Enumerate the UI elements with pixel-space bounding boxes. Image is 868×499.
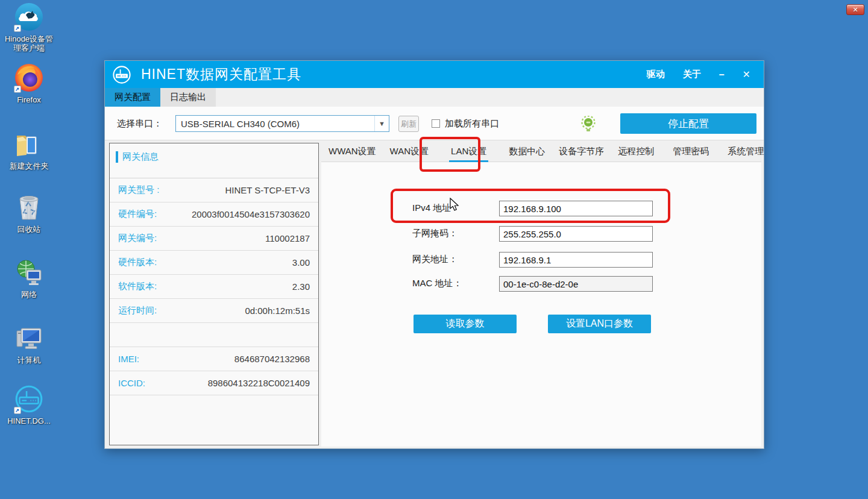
serial-port-value: USB-SERIAL CH340 (COM6) — [176, 119, 374, 129]
info-row-empty — [110, 323, 318, 347]
gateway-info-header: 网关信息 — [110, 143, 318, 178]
tab-endianness[interactable]: 设备字节序 — [553, 143, 609, 162]
mac-row: MAC 地址： — [321, 276, 761, 292]
settings-tabbar: WWAN设置 WAN设置 LAN设置 数据中心 设备字节序 远程控制 管理密码 … — [321, 143, 761, 162]
shortcut-arrow-icon — [14, 25, 21, 32]
netmask-label: 子网掩码： — [412, 228, 458, 239]
hinode-cloud-icon — [13, 1, 45, 33]
status-bulb-icon — [581, 116, 596, 133]
load-all-ports-label: 加载所有串口 — [445, 118, 499, 130]
tab-wan[interactable]: WAN设置 — [385, 143, 434, 162]
app-router-icon — [112, 65, 131, 84]
tab-log-output[interactable]: 日志输出 — [160, 88, 216, 107]
netmask-row: 子网掩码： — [321, 226, 761, 242]
driver-menu-button[interactable]: 驱动 — [647, 69, 665, 80]
desktop-icon-label: 回收站 — [17, 225, 41, 234]
desktop-icon-recycle-bin[interactable]: 回收站 — [0, 192, 58, 234]
ipv4-input[interactable] — [499, 201, 653, 216]
serial-port-label: 选择串口： — [117, 118, 162, 130]
desktop-icon-firefox[interactable]: Firefox — [0, 62, 58, 104]
gateway-label: 网关地址： — [412, 254, 458, 265]
load-all-ports-checkbox[interactable] — [432, 119, 440, 128]
desktop-icon-network[interactable]: 网络 — [0, 257, 58, 299]
gateway-info-title: 网关信息 — [122, 151, 159, 163]
network-globe-icon — [13, 257, 45, 288]
info-row-imei: IMEI: 864687042132968 — [110, 347, 318, 371]
desktop-icon-label: HINET.DG... — [7, 416, 51, 425]
tab-datacenter[interactable]: 数据中心 — [503, 143, 550, 162]
desktop-icon-label: 新建文件夹 — [10, 162, 49, 171]
shortcut-arrow-icon — [14, 86, 21, 93]
workarea: 网关信息 网关型号 : HINET S-TCP-ET-V3 硬件编号: 2000… — [105, 140, 764, 447]
mac-input[interactable] — [499, 276, 653, 292]
computer-icon — [13, 322, 45, 354]
gateway-input[interactable] — [499, 252, 653, 268]
info-row-sw-version: 软件版本: 2.30 — [110, 275, 318, 299]
desktop-icon-label: Firefox — [17, 95, 41, 104]
chevron-down-icon: ▼ — [374, 116, 389, 131]
stop-config-button[interactable]: 停止配置 — [620, 113, 756, 134]
ipv4-row: IPv4 地址 — [321, 201, 761, 216]
titlebar: HINET数据网关配置工具 驱动 关于 – ✕ — [105, 61, 764, 88]
close-icon: ✕ — [852, 6, 858, 14]
lan-settings-form: IPv4 地址 子网掩码： 网关地址： MAC 地址： — [321, 162, 761, 447]
tab-system[interactable]: 系统管理 — [722, 143, 769, 162]
desktop-icon-computer[interactable]: 计算机 — [0, 322, 58, 365]
desktop-icon-hinode-client[interactable]: Hinode设备管理客户端 — [0, 1, 58, 52]
tab-wwan[interactable]: WWAN设置 — [323, 143, 382, 162]
desktop-icon-label: 计算机 — [17, 356, 41, 365]
read-params-button[interactable]: 读取参数 — [414, 315, 517, 333]
tab-remote-control[interactable]: 远程控制 — [612, 143, 659, 162]
mac-label: MAC 地址： — [412, 278, 462, 289]
tab-lan[interactable]: LAN设置 — [445, 143, 492, 162]
app-window: HINET数据网关配置工具 驱动 关于 – ✕ 网关配置 日志输出 选择串口： … — [104, 60, 764, 449]
info-row-hw-id: 硬件编号: 20003f0014504e3157303620 — [110, 202, 318, 227]
gateway-info-panel: 网关信息 网关型号 : HINET S-TCP-ET-V3 硬件编号: 2000… — [109, 143, 319, 445]
info-row-gw-id: 网关编号: 110002187 — [110, 227, 318, 251]
refresh-button[interactable]: 刷新 — [398, 116, 419, 132]
desktop-icon-new-folder[interactable]: 新建文件夹 — [0, 128, 58, 171]
desktop-icon-label: Hinode设备管理客户端 — [1, 34, 57, 52]
desktop-icon-label: 网络 — [21, 290, 37, 299]
main-tabbar: 网关配置 日志输出 — [105, 88, 764, 107]
info-row-hw-version: 硬件版本: 3.00 — [110, 251, 318, 275]
shortcut-arrow-icon — [14, 407, 21, 414]
info-row-model: 网关型号 : HINET S-TCP-ET-V3 — [110, 178, 318, 202]
set-lan-params-button[interactable]: 设置LAN口参数 — [548, 315, 651, 333]
tab-gateway-config[interactable]: 网关配置 — [105, 88, 160, 107]
folder-icon — [13, 128, 45, 160]
window-title: HINET数据网关配置工具 — [141, 65, 301, 84]
minimize-button[interactable]: – — [719, 70, 725, 80]
accent-bar — [116, 151, 118, 163]
window-close-button[interactable]: ✕ — [743, 70, 750, 80]
recycle-bin-icon — [13, 192, 45, 223]
serial-port-select[interactable]: USB-SERIAL CH340 (COM6) ▼ — [175, 115, 389, 132]
netmask-input[interactable] — [499, 226, 653, 242]
info-row-iccid: ICCID: 898604132218C0021409 — [110, 371, 318, 395]
info-row-uptime: 运行时间: 0d:00h:12m:51s — [110, 299, 318, 323]
firefox-icon — [13, 62, 45, 93]
ipv4-label: IPv4 地址 — [412, 202, 451, 214]
gateway-row: 网关地址： — [321, 252, 761, 268]
tab-admin-password[interactable]: 管理密码 — [667, 143, 714, 162]
about-menu-button[interactable]: 关于 — [683, 69, 701, 80]
settings-region: WWAN设置 WAN设置 LAN设置 数据中心 设备字节序 远程控制 管理密码 … — [321, 143, 761, 447]
hinet-router-icon — [13, 383, 45, 415]
desktop: Hinode设备管理客户端 Firefox — [0, 0, 868, 499]
desktop-icon-hinet-shortcut[interactable]: HINET.DG... — [0, 383, 58, 425]
serial-toolbar: 选择串口： USB-SERIAL CH340 (COM6) ▼ 刷新 加载所有串… — [105, 107, 764, 140]
session-close-button[interactable]: ✕ — [846, 4, 864, 15]
